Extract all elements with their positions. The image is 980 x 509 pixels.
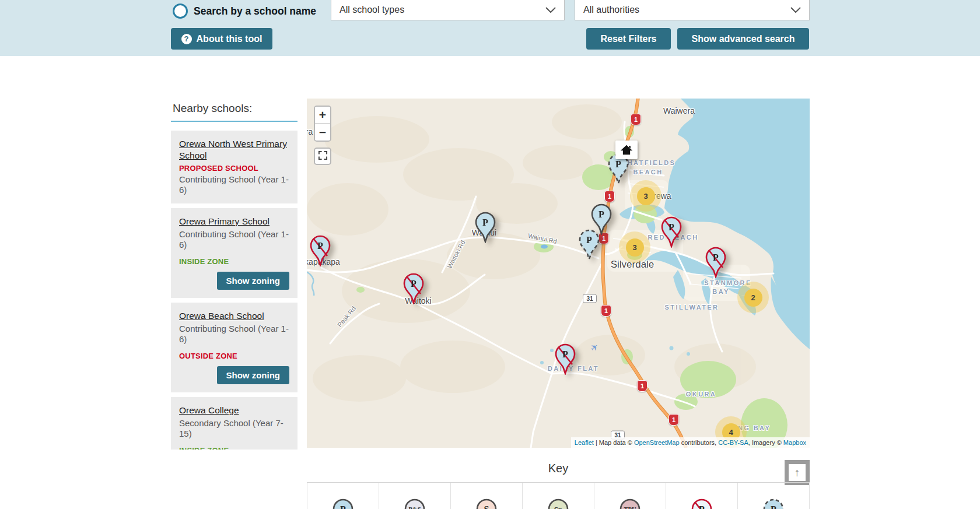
map-label: BEACH bbox=[633, 169, 663, 175]
key-item: Sp bbox=[522, 483, 594, 509]
nearby-schools-panel: Nearby schools: Orewa North West Primary… bbox=[171, 100, 298, 450]
svg-text:P: P bbox=[615, 159, 621, 169]
zone-status-badge: INSIDE ZONE bbox=[179, 257, 289, 266]
map-pin-crossed[interactable]: P bbox=[309, 235, 331, 266]
key-item: TPU bbox=[594, 483, 666, 509]
authority-select[interactable]: All authorities bbox=[575, 0, 810, 20]
key-legend: PP&SSSpTPUPP bbox=[307, 483, 810, 509]
svg-text:P: P bbox=[598, 209, 604, 219]
advanced-search-button[interactable]: Show advanced search bbox=[677, 28, 809, 50]
highway-shield-1: 1 bbox=[637, 380, 648, 392]
map-label: ra bbox=[307, 127, 313, 136]
about-button[interactable]: ? About this tool bbox=[171, 28, 272, 50]
svg-text:P&S: P&S bbox=[409, 506, 421, 509]
highway-shield-31: 31 bbox=[583, 294, 597, 303]
cluster-count: 2 bbox=[744, 289, 762, 307]
filter-bar: Search by a school name All school types… bbox=[0, 0, 980, 56]
key-item: P&S bbox=[379, 483, 450, 509]
attribution-text: | Map data © bbox=[594, 439, 634, 446]
authority-value: All authorities bbox=[583, 5, 639, 15]
map-pin-crossed[interactable]: P bbox=[660, 216, 682, 248]
scroll-top-button[interactable]: ↑ bbox=[785, 460, 810, 485]
zoom-out-button[interactable]: − bbox=[315, 124, 330, 141]
cluster-marker[interactable]: 2 bbox=[737, 282, 769, 313]
school-name-link[interactable]: Orewa North West Primary School bbox=[179, 138, 289, 162]
map-label: Waiwera bbox=[663, 106, 695, 115]
key-heading: Key bbox=[307, 462, 810, 475]
svg-text:P: P bbox=[668, 222, 674, 232]
map-label: OKURA bbox=[686, 391, 716, 398]
heading-underline bbox=[171, 121, 298, 122]
zone-status-badge: OUTSIDE ZONE bbox=[179, 352, 289, 360]
home-icon bbox=[619, 143, 634, 156]
map-zoom-control: + − bbox=[314, 106, 331, 142]
svg-text:P: P bbox=[411, 279, 416, 289]
map-pin-crossed[interactable]: P bbox=[554, 343, 576, 375]
school-name-link[interactable]: Orewa College bbox=[179, 405, 289, 416]
up-arrow-icon: ↑ bbox=[794, 466, 800, 479]
school-type-text: Contributing School (Year 1-6) bbox=[179, 229, 289, 250]
school-type-select[interactable]: All school types bbox=[331, 0, 565, 20]
search-by-name-radio[interactable] bbox=[173, 3, 188, 19]
svg-text:P: P bbox=[699, 504, 705, 509]
school-card: Orewa North West Primary SchoolPROPOSED … bbox=[171, 131, 298, 203]
svg-text:P: P bbox=[586, 235, 592, 245]
fullscreen-button[interactable] bbox=[314, 148, 331, 165]
school-name-link[interactable]: Orewa Beach School bbox=[179, 310, 289, 322]
home-marker[interactable] bbox=[615, 141, 638, 159]
map-pin-proposed[interactable]: P bbox=[578, 229, 600, 261]
attribution-text: contributors, bbox=[680, 439, 719, 446]
attribution-link[interactable]: Mapbox bbox=[783, 439, 806, 446]
svg-text:P: P bbox=[562, 349, 568, 359]
school-name-link[interactable]: Orewa Primary School bbox=[179, 216, 289, 227]
show-zoning-button[interactable]: Show zoning bbox=[217, 366, 289, 384]
highway-shield-1: 1 bbox=[604, 191, 615, 202]
nearby-schools-heading: Nearby schools: bbox=[173, 102, 298, 115]
attribution-link[interactable]: CC-BY-SA bbox=[718, 439, 748, 446]
map-label: BAY bbox=[712, 288, 729, 295]
key-item: P bbox=[666, 483, 737, 509]
key-item: P bbox=[737, 483, 810, 509]
school-type-text: Contributing School (Year 1-6) bbox=[179, 174, 289, 195]
zoom-in-button[interactable]: + bbox=[315, 107, 330, 124]
map-label: HATFIELDS bbox=[628, 159, 676, 166]
school-type-value: All school types bbox=[340, 5, 404, 15]
attribution-text: , Imagery © bbox=[748, 439, 783, 446]
svg-text:S: S bbox=[484, 504, 489, 509]
chevron-down-icon bbox=[790, 7, 801, 13]
fullscreen-icon bbox=[318, 150, 328, 163]
highway-shield-1: 1 bbox=[668, 414, 679, 426]
school-list: Orewa North West Primary SchoolPROPOSED … bbox=[171, 131, 298, 450]
school-card: Orewa Primary SchoolContributing School … bbox=[171, 208, 298, 298]
map[interactable]: WaiweraraHATFIELDSBEACHOrewaRED BEACHSil… bbox=[307, 99, 810, 448]
attribution-link[interactable]: Leaflet bbox=[575, 439, 594, 446]
svg-text:TPU: TPU bbox=[624, 506, 636, 509]
svg-text:P: P bbox=[713, 252, 719, 262]
svg-text:Sp: Sp bbox=[554, 505, 562, 509]
map-pin-crossed[interactable]: P bbox=[705, 247, 727, 278]
attribution-link[interactable]: OpenStreetMap bbox=[634, 439, 680, 446]
school-type-text: Secondary School (Year 7-15) bbox=[179, 418, 289, 439]
zone-status-badge: INSIDE ZONE bbox=[179, 446, 289, 450]
svg-text:P: P bbox=[482, 217, 488, 227]
cluster-count: 3 bbox=[626, 238, 644, 257]
search-by-name-label: Search by a school name bbox=[194, 5, 316, 17]
cluster-count: 3 bbox=[637, 187, 655, 205]
map-pin-crossed[interactable]: P bbox=[402, 273, 425, 304]
key-item: S bbox=[450, 483, 522, 509]
show-zoning-button[interactable]: Show zoning bbox=[217, 272, 289, 290]
school-type-text: Contributing School (Year 1-6) bbox=[179, 324, 289, 345]
chevron-down-icon bbox=[545, 7, 556, 13]
cluster-marker[interactable]: 3 bbox=[630, 180, 662, 212]
map-label: STILLWATER bbox=[665, 304, 719, 311]
school-status-badge: PROPOSED SCHOOL bbox=[179, 164, 289, 173]
highway-shield-1: 1 bbox=[631, 114, 641, 125]
cluster-marker[interactable]: 3 bbox=[619, 231, 650, 263]
school-card: Orewa Beach SchoolContributing School (Y… bbox=[171, 303, 298, 392]
svg-text:P: P bbox=[771, 504, 776, 509]
question-icon: ? bbox=[181, 34, 192, 44]
svg-text:P: P bbox=[340, 504, 346, 509]
map-pin-solid[interactable]: P bbox=[474, 212, 496, 243]
reset-filters-button[interactable]: Reset Filters bbox=[586, 28, 671, 50]
map-attribution: Leaflet | Map data © OpenStreetMap contr… bbox=[571, 437, 810, 448]
